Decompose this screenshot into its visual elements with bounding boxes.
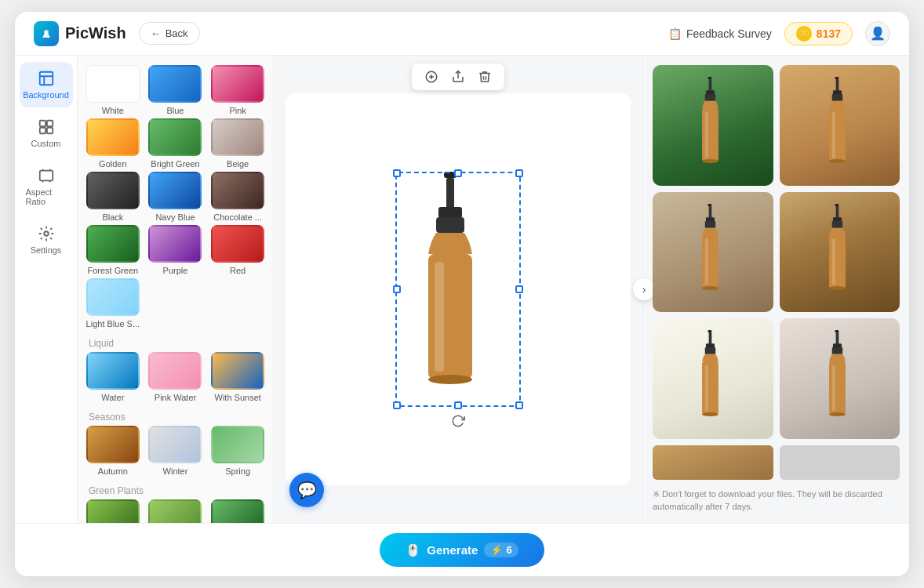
result-bottle-6	[820, 330, 859, 426]
color-grid-row1: White Blue Pink	[84, 65, 267, 115]
svg-rect-48	[705, 347, 716, 354]
rotate-handle[interactable]	[450, 413, 466, 429]
bg-item-spring[interactable]: Spring	[209, 426, 267, 476]
handle-right-middle[interactable]	[515, 285, 523, 293]
bg-label-blue: Blue	[166, 106, 184, 115]
chat-button[interactable]: 💬	[289, 473, 324, 507]
main: Background Custom Aspect Ratio	[15, 56, 909, 523]
svg-rect-19	[706, 91, 715, 96]
svg-rect-4	[39, 128, 45, 133]
svg-rect-18	[709, 79, 712, 91]
canvas-board	[286, 93, 631, 485]
bg-item-blue[interactable]: Blue	[147, 65, 205, 115]
feedback-survey-link[interactable]: 📋 Feedback Survey	[668, 27, 772, 40]
progress-bar-1	[653, 445, 773, 480]
sidebar-item-background[interactable]: Background	[20, 62, 73, 107]
green-plants-grid: Moss Grass Tree	[84, 499, 267, 523]
result-card-1[interactable]	[653, 65, 773, 186]
svg-rect-35	[702, 235, 718, 289]
bg-item-grass[interactable]: Grass	[147, 499, 205, 523]
svg-rect-1	[39, 72, 53, 85]
svg-rect-52	[835, 330, 839, 332]
svg-rect-39	[835, 206, 839, 218]
svg-rect-34	[705, 221, 716, 228]
category-liquid: Liquid	[84, 332, 267, 352]
bg-item-chocolate[interactable]: Chocolate ...	[209, 172, 267, 222]
sidebar-item-aspect-ratio[interactable]: Aspect Ratio	[20, 159, 73, 214]
bg-thumb-tree	[211, 499, 264, 523]
bg-label-pink-water: Pink Water	[155, 393, 196, 402]
bg-item-black[interactable]: Black	[84, 172, 142, 222]
bg-item-autumn[interactable]: Autumn	[84, 426, 142, 476]
result-card-5[interactable]	[653, 318, 773, 439]
cursor-icon: 🖱️	[406, 543, 420, 557]
coins-count: 8137	[817, 27, 841, 40]
bg-item-bright-green[interactable]: Bright Green	[147, 118, 205, 169]
result-card-2[interactable]	[780, 65, 900, 186]
avatar-icon: 👤	[870, 26, 886, 41]
crop-icon[interactable]	[423, 68, 440, 85]
svg-rect-3	[46, 121, 52, 126]
svg-rect-22	[705, 112, 708, 158]
back-button[interactable]: ← Back	[139, 22, 200, 45]
avatar-button[interactable]: 👤	[865, 21, 890, 46]
svg-rect-28	[829, 108, 846, 162]
bg-item-with-sunset[interactable]: With Sunset	[209, 352, 267, 402]
bg-item-pink-water[interactable]: Pink Water	[147, 352, 205, 402]
svg-rect-45	[708, 330, 712, 332]
bg-label-red: Red	[230, 266, 246, 275]
bg-label-water: Water	[101, 393, 124, 402]
product-bottle	[395, 172, 505, 399]
bg-item-golden[interactable]: Golden	[84, 118, 142, 169]
bg-thumb-forest-green	[86, 225, 140, 263]
bg-item-beige[interactable]: Beige	[209, 118, 267, 169]
bg-item-light-blue[interactable]: Light Blue S...	[84, 278, 142, 328]
share-icon[interactable]	[449, 68, 467, 85]
product-wrapper[interactable]	[395, 172, 521, 407]
logo-icon	[34, 21, 59, 46]
svg-point-37	[702, 286, 718, 290]
result-bg-4	[780, 192, 900, 313]
svg-rect-13	[436, 217, 464, 233]
bg-thumb-beige	[211, 118, 264, 156]
bg-item-winter[interactable]: Winter	[147, 426, 205, 476]
svg-point-0	[44, 30, 49, 34]
bg-thumb-golden	[86, 118, 140, 156]
back-arrow-icon: ←	[151, 27, 161, 39]
generate-button[interactable]: 🖱️ Generate ⚡ 6	[380, 533, 544, 567]
svg-rect-25	[835, 79, 839, 91]
sidebar-item-custom[interactable]: Custom	[20, 111, 73, 156]
bg-item-moss[interactable]: Moss	[84, 499, 142, 523]
handle-bottom-middle[interactable]	[454, 401, 462, 409]
coins-badge[interactable]: 🪙 8137	[784, 22, 853, 45]
handle-bottom-right[interactable]	[515, 401, 523, 409]
chevron-right-button[interactable]: ›	[633, 278, 655, 300]
bg-item-pink[interactable]: Pink	[209, 65, 267, 115]
bg-thumb-spring	[211, 426, 264, 463]
delete-icon[interactable]	[476, 68, 493, 85]
logo-text: PicWish	[65, 24, 126, 42]
svg-rect-53	[835, 332, 839, 344]
bg-item-red[interactable]: Red	[209, 225, 267, 275]
svg-rect-36	[705, 238, 708, 285]
category-seasons: Seasons	[84, 405, 267, 426]
sidebar-item-settings[interactable]: Settings	[20, 217, 73, 263]
svg-rect-29	[831, 112, 835, 158]
handle-top-right[interactable]	[515, 169, 523, 177]
bg-item-navy-blue[interactable]: Navy Blue	[147, 172, 205, 222]
result-card-6[interactable]	[780, 318, 900, 439]
bg-item-purple[interactable]: Purple	[147, 225, 205, 275]
bg-thumb-water	[86, 352, 140, 390]
generate-count-badge: ⚡ 6	[484, 543, 518, 557]
bg-item-forest-green[interactable]: Forest Green	[84, 225, 142, 275]
coin-icon: 🪙	[796, 26, 812, 42]
result-card-4[interactable]	[780, 192, 900, 313]
bg-item-water[interactable]: Water	[84, 352, 142, 402]
bg-item-tree[interactable]: Tree	[209, 499, 267, 523]
svg-point-58	[829, 412, 846, 416]
bg-item-white[interactable]: White	[84, 65, 142, 115]
svg-rect-11	[446, 178, 454, 209]
handle-bottom-left[interactable]	[393, 401, 401, 409]
svg-point-30	[829, 159, 846, 163]
result-card-3[interactable]	[653, 192, 773, 313]
